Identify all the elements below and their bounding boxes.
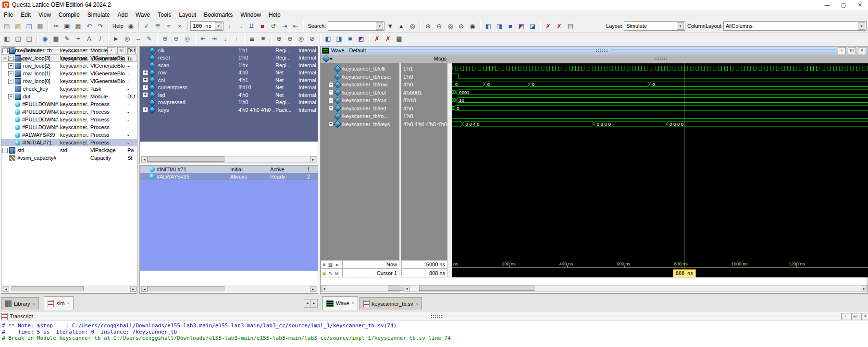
open-folder-icon[interactable]: ▨ <box>12 21 24 32</box>
new-file-icon[interactable]: ▤ <box>1 21 12 32</box>
close-tab-icon[interactable]: × <box>67 301 70 306</box>
expand-icon[interactable]: + <box>8 56 13 61</box>
scroll-right-icon[interactable]: ► <box>310 156 316 162</box>
run-continue-icon[interactable]: → <box>235 21 246 32</box>
wave-zoom-out-icon[interactable]: ⊖ <box>285 33 296 44</box>
redo-icon[interactable]: ↷ <box>95 21 106 32</box>
compile-all-icon[interactable]: ≣ <box>152 21 163 32</box>
wave-zoom-in-icon[interactable]: ⊕ <box>273 33 285 44</box>
save-icon[interactable]: ◫ <box>24 21 35 32</box>
pane-alt-icon[interactable]: ◪ <box>527 21 538 32</box>
menu-file[interactable]: File <box>0 10 17 20</box>
undo-icon[interactable]: ↶ <box>84 21 95 32</box>
scroll-left-icon[interactable]: ◄ <box>3 286 9 292</box>
restart-icon[interactable]: ↺ <box>268 21 279 32</box>
object-row[interactable]: +col4'h1NetInternal <box>140 76 318 84</box>
expand-icon[interactable]: + <box>328 82 334 87</box>
zoom-out-icon[interactable]: ⊖ <box>434 21 445 32</box>
text-tool-icon[interactable]: A <box>84 33 95 44</box>
wave-grid-icon[interactable]: ▥ <box>327 262 334 268</box>
tree-row[interactable]: #PULLDOWN#...keyscanner...Process- <box>1 116 137 123</box>
menu-window[interactable]: Window <box>236 10 265 20</box>
undock-panel-button[interactable]: ◱ <box>848 47 856 54</box>
wave-zoom-full-icon[interactable]: ◎ <box>296 33 307 44</box>
expand-icon[interactable]: + <box>2 148 8 153</box>
remove-cursor-icon[interactable]: ⊖ <box>171 33 182 44</box>
transcript-body[interactable]: # ** Note: $stop : C:/Users/ccoggshall/D… <box>0 321 868 347</box>
expand-cursors-icon[interactable]: ≡ <box>321 262 327 268</box>
run-all-icon[interactable]: ⇊ <box>246 21 257 32</box>
scroll-left-icon[interactable]: ◄ <box>404 286 410 291</box>
previous-transition-icon[interactable]: ⇤ <box>198 33 209 44</box>
window-pane-d-icon[interactable]: ◩ <box>356 33 367 44</box>
run-icon[interactable]: ↓ <box>223 21 235 32</box>
close-button[interactable]: ✕ <box>852 0 868 10</box>
tab-scroll-right-icon[interactable]: ► <box>310 299 318 308</box>
scrollbar-track[interactable] <box>410 286 861 291</box>
search-up-icon[interactable]: ▲ <box>396 21 407 32</box>
close-tab-icon[interactable]: × <box>33 301 35 306</box>
group-icon[interactable]: ≣ <box>247 33 258 44</box>
tab-wave[interactable]: Wave× <box>322 296 358 310</box>
tab-library[interactable]: Library× <box>1 297 39 310</box>
cursor-delete-icon[interactable]: ⊖ <box>334 270 340 276</box>
tree-row[interactable]: +row_loop[0]keyscanner...VlGenerateBlock… <box>1 77 137 85</box>
object-row[interactable]: clk1'h1Regi...Internal <box>140 47 318 54</box>
tab-keyscanner-tb-sv[interactable]: keyscanner_tb.sv× <box>360 297 422 310</box>
expand-icon[interactable]: + <box>143 92 148 97</box>
spinner-icon[interactable]: ▾ <box>215 22 222 30</box>
grip-dots-icon[interactable] <box>654 57 667 60</box>
zoom-in-icon[interactable]: ⊕ <box>422 21 434 32</box>
expand-icon[interactable]: + <box>8 63 13 69</box>
expand-icon[interactable]: + <box>143 107 148 112</box>
menu-tools[interactable]: Tools <box>154 10 175 20</box>
ungroup-icon[interactable]: ≡ <box>258 33 269 44</box>
stop-drawing-icon[interactable]: ✗ <box>372 33 383 44</box>
expand-icon[interactable]: + <box>143 70 148 75</box>
menu-bookmarks[interactable]: Bookmarks <box>200 10 236 20</box>
menu-wave[interactable]: Wave <box>132 10 154 20</box>
wave-zoom-range-icon[interactable]: ⊘ <box>307 33 318 44</box>
menu-compile[interactable]: Compile <box>55 10 84 20</box>
window-pane-b-icon[interactable]: ◨ <box>334 33 345 44</box>
tree-row[interactable]: #vsim_capacity#CapacitySt <box>1 154 137 162</box>
save-layout-icon[interactable]: ◫ <box>12 33 24 44</box>
process-row[interactable]: #INITIAL#71InitialActive1 <box>140 166 318 173</box>
tree-row[interactable]: #PULLDOWN#...keyscanner...Process- <box>1 100 137 108</box>
scrollbar-thumb[interactable] <box>419 286 534 291</box>
horizontal-scrollbar[interactable]: ◄► <box>321 285 400 292</box>
edit-mode-icon[interactable]: ✎ <box>144 33 155 44</box>
pane-corner-icon[interactable]: ◩ <box>516 21 527 32</box>
horizontal-scrollbar[interactable]: ◄► <box>403 285 868 292</box>
lock-cursor-icon[interactable]: ◎ <box>182 33 193 44</box>
select-mode-icon[interactable]: ► <box>111 33 122 44</box>
zoom-panel-button[interactable]: + <box>838 47 846 54</box>
expand-icon[interactable]: + <box>8 94 13 99</box>
cursor-lock-icon[interactable]: ▣ <box>321 270 327 276</box>
scroll-right-icon[interactable]: ► <box>310 286 316 292</box>
tab-scroll-left-icon[interactable]: ◄ <box>304 299 311 308</box>
tree-row[interactable]: +dutkeyscanner...ModuleDU <box>1 93 137 100</box>
crosshair-icon[interactable]: + <box>73 33 84 44</box>
cancel-icon[interactable]: ✗ <box>543 21 554 32</box>
object-row[interactable]: +row4'h0NetInternal <box>140 69 318 77</box>
layout-combo[interactable]: Simulate▾ <box>624 21 685 31</box>
scrollbar-track[interactable] <box>148 286 310 292</box>
scrollbar-track[interactable] <box>9 286 130 292</box>
tree-row[interactable]: check_keykeyscanner...Task- <box>1 85 137 93</box>
edit-icon[interactable]: ✎ <box>62 33 73 44</box>
expand-icon[interactable]: + <box>8 71 13 76</box>
insert-cursor-icon[interactable]: ⊕ <box>160 33 171 44</box>
pane-filled-icon[interactable]: ■ <box>505 21 516 32</box>
menu-layout[interactable]: Layout <box>175 10 200 20</box>
scroll-left-icon[interactable]: ◄ <box>141 286 148 292</box>
break-icon[interactable]: × <box>174 21 186 32</box>
menu-view[interactable]: View <box>35 10 55 20</box>
search-box[interactable]: ▾ <box>328 21 384 31</box>
object-row[interactable]: +currentpress8'h10NetInternal <box>140 84 318 92</box>
tree-row[interactable]: +row_loop[1]keyscanner...VlGenerateBlock… <box>1 70 137 77</box>
options-icon[interactable]: ▤ <box>565 21 576 32</box>
expand-icon[interactable]: + <box>328 106 334 111</box>
chevron-down-icon[interactable]: ▾ <box>330 56 333 62</box>
menu-help[interactable]: Help <box>265 10 285 20</box>
